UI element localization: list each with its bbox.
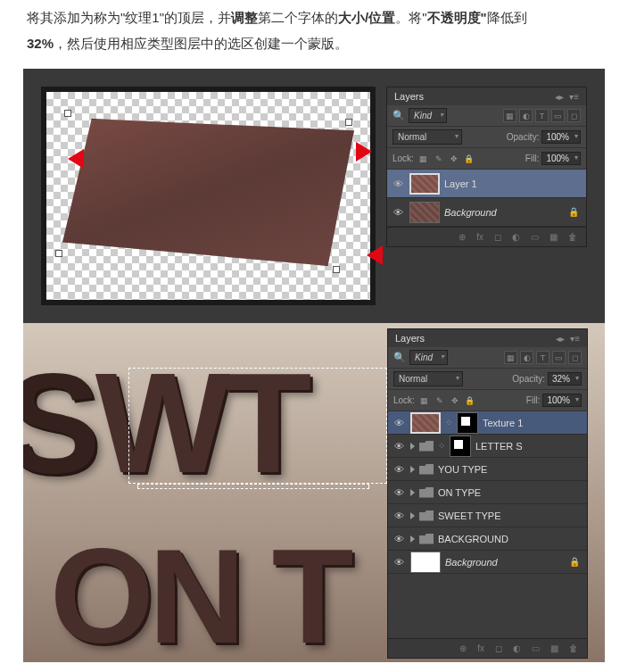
panel-footer: ⊕ fx ◻ ◐ ▭ ▦ 🗑: [388, 638, 587, 658]
adjust-filter-icon[interactable]: ◐: [519, 109, 533, 122]
texture-slab[interactable]: [62, 119, 354, 266]
disclosure-icon[interactable]: [410, 512, 415, 519]
link-icon[interactable]: ⊕: [459, 232, 466, 242]
kind-filter[interactable]: Kind: [409, 350, 448, 365]
layer-row[interactable]: 👁⁘Texture 1: [388, 411, 587, 435]
folder-icon: [419, 464, 434, 475]
disclosure-icon[interactable]: [410, 466, 415, 473]
layer-name: ON TYPE: [438, 487, 481, 498]
layers-panel: Layers ◂▸▾≡ 🔍 Kind ▦ ◐ T ▭ ◻ Normal: [386, 87, 587, 247]
canvas[interactable]: [41, 87, 376, 305]
new-layer-icon[interactable]: ▦: [550, 643, 558, 653]
lock-all-icon[interactable]: 🔒: [464, 394, 476, 407]
new-layer-icon[interactable]: ▦: [550, 232, 558, 242]
layer-thumb[interactable]: [410, 552, 441, 573]
instruction-text: 将其添加为称为"纹理1"的顶层，并调整第二个字体的大小/位置。将"不透明度"降低…: [0, 0, 628, 69]
selection-marquee: [128, 368, 387, 484]
visibility-icon[interactable]: 👁: [392, 487, 406, 498]
fill-input[interactable]: 100%: [541, 152, 581, 165]
mask-icon[interactable]: ◻: [494, 232, 501, 242]
smart-filter-icon[interactable]: ◻: [567, 109, 581, 122]
disclosure-icon[interactable]: [410, 489, 415, 496]
blend-mode[interactable]: Normal: [393, 371, 463, 386]
lock-pos-icon[interactable]: ✥: [448, 153, 460, 165]
layer-row[interactable]: 👁Background🔒: [387, 198, 586, 227]
adjust-filter-icon[interactable]: ◐: [520, 351, 533, 364]
visibility-icon[interactable]: 👁: [392, 557, 406, 568]
visibility-icon[interactable]: 👁: [392, 418, 406, 428]
layers-panel: Layers ◂▸▾≡ 🔍 Kind ▦ ◐ T ▭ ◻ Normal: [387, 328, 588, 659]
mask-icon[interactable]: ◻: [495, 643, 502, 653]
visibility-icon[interactable]: 👁: [391, 207, 405, 218]
disclosure-icon[interactable]: [410, 535, 415, 543]
visibility-icon[interactable]: 👁: [392, 464, 406, 475]
mask-thumb[interactable]: [457, 412, 478, 434]
layer-row[interactable]: 👁Layer 1: [387, 170, 586, 198]
menu-icon[interactable]: ▾≡: [569, 92, 579, 102]
folder-icon: [419, 534, 434, 544]
menu-icon[interactable]: ▾≡: [570, 334, 580, 344]
mask-thumb[interactable]: [450, 436, 471, 457]
layer-name: Background: [445, 557, 498, 568]
lock-pixels-icon[interactable]: ▦: [418, 394, 431, 407]
collapse-icon[interactable]: ◂▸: [556, 334, 565, 344]
visibility-icon[interactable]: 👁: [391, 178, 405, 189]
layer-name: Layer 1: [444, 178, 477, 189]
group-icon[interactable]: ▭: [532, 643, 540, 653]
panel-tab[interactable]: Layers ◂▸▾≡: [388, 329, 587, 347]
shape-filter-icon[interactable]: ▭: [552, 351, 566, 364]
blend-mode[interactable]: Normal: [392, 129, 462, 145]
trash-icon[interactable]: 🗑: [569, 643, 578, 653]
lock-paint-icon[interactable]: ✎: [434, 394, 446, 407]
lock-pixels-icon[interactable]: ▦: [417, 153, 430, 165]
search-icon[interactable]: 🔍: [393, 352, 406, 363]
layer-row[interactable]: 👁SWEET TYPE: [388, 504, 587, 527]
opacity-input[interactable]: 32%: [548, 372, 582, 386]
type-filter-icon[interactable]: T: [536, 351, 550, 364]
fill-input[interactable]: 100%: [542, 394, 582, 407]
layer-row[interactable]: 👁ON TYPE: [388, 481, 587, 504]
kind-filter[interactable]: Kind: [409, 108, 447, 123]
layer-name: LETTER S: [475, 441, 523, 452]
collapse-icon[interactable]: ◂▸: [555, 92, 564, 102]
layer-row[interactable]: 👁⁘LETTER S: [388, 435, 587, 458]
smart-filter-icon[interactable]: ◻: [568, 351, 582, 364]
lock-all-icon[interactable]: 🔒: [463, 153, 475, 165]
layer-thumb[interactable]: [409, 173, 440, 195]
search-icon[interactable]: 🔍: [392, 110, 405, 121]
pixel-filter-icon[interactable]: ▦: [503, 109, 516, 122]
layer-name: YOU TYPE: [438, 464, 487, 475]
layer-row[interactable]: 👁Background🔒: [388, 551, 587, 574]
panel-footer: ⊕ fx ◻ ◐ ▭ ▦ 🗑: [387, 227, 586, 246]
lock-icon: 🔒: [568, 207, 579, 217]
3d-text: ON T: [50, 519, 348, 662]
opacity-input[interactable]: 100%: [541, 130, 581, 144]
panel-tab[interactable]: Layers ◂▸▾≡: [387, 87, 586, 105]
adjustment-icon[interactable]: ◐: [513, 643, 521, 653]
visibility-icon[interactable]: 👁: [392, 441, 406, 452]
lock-pos-icon[interactable]: ✥: [449, 394, 461, 407]
folder-icon: [419, 510, 434, 521]
visibility-icon[interactable]: 👁: [392, 510, 406, 521]
type-filter-icon[interactable]: T: [535, 109, 549, 122]
layer-name: Texture 1: [483, 418, 523, 428]
layer-row[interactable]: 👁YOU TYPE: [388, 458, 587, 481]
group-icon[interactable]: ▭: [531, 232, 539, 242]
layer-row[interactable]: 👁BACKGROUND: [388, 527, 587, 551]
shape-filter-icon[interactable]: ▭: [551, 109, 565, 122]
folder-icon: [419, 487, 434, 498]
lock-paint-icon[interactable]: ✎: [433, 153, 445, 165]
link-icon[interactable]: ⊕: [459, 643, 467, 653]
lock-icon: 🔒: [569, 557, 580, 567]
fx-icon[interactable]: fx: [477, 643, 484, 653]
layer-thumb[interactable]: [410, 412, 441, 434]
screenshot-bottom: SWT ON T Layers ◂▸▾≡ 🔍 Kind ▦ ◐ T ▭: [23, 323, 605, 662]
fx-icon[interactable]: fx: [476, 232, 483, 242]
pixel-filter-icon[interactable]: ▦: [504, 351, 517, 364]
screenshot-top: Layers ◂▸▾≡ 🔍 Kind ▦ ◐ T ▭ ◻ Normal: [23, 69, 605, 323]
trash-icon[interactable]: 🗑: [568, 232, 577, 242]
layer-thumb[interactable]: [409, 202, 440, 223]
disclosure-icon[interactable]: [410, 443, 415, 450]
adjustment-icon[interactable]: ◐: [512, 232, 520, 242]
visibility-icon[interactable]: 👁: [392, 534, 406, 544]
